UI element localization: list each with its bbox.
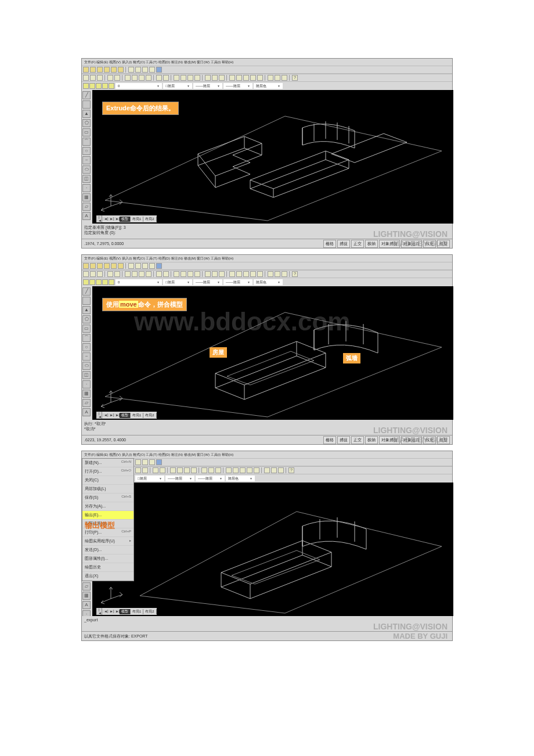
model-tabs[interactable]: |◄ ◄ ► ►| 模型 布局1 布局2 — [96, 215, 157, 222]
tb-icon[interactable] — [268, 271, 273, 277]
tb-icon[interactable] — [191, 467, 197, 473]
tab-next[interactable]: ► — [108, 413, 114, 417]
tb-icon[interactable] — [135, 459, 141, 465]
redo-icon[interactable] — [163, 75, 169, 81]
tab-prev[interactable]: ◄ — [102, 413, 108, 417]
model-tabs[interactable]: |◄ ◄ ► ►| 模型 布局1 布局2 — [96, 412, 157, 419]
status-btn[interactable]: 正交 — [351, 436, 364, 444]
tab-model[interactable]: 模型 — [120, 413, 131, 418]
lineweight-dropdown[interactable]: ─── 随层 — [223, 83, 252, 89]
color-dropdown[interactable]: □ 随层 — [163, 83, 192, 89]
tb-icon[interactable] — [278, 467, 284, 473]
zoom-icon[interactable] — [250, 75, 256, 81]
status-btn[interactable]: 极轴 — [365, 436, 378, 444]
viewport-1[interactable]: ╱ ▲ ⬠ ▭ ⌒ ○ ~ ⬭ ◫ · ▦ ▱ A Extrude命令后的结果。 — [82, 90, 453, 224]
tb-icon[interactable] — [142, 67, 148, 73]
tb-icon[interactable] — [212, 271, 218, 277]
tb-icon[interactable] — [174, 75, 179, 81]
linetype-dropdown[interactable]: ─── 随层 — [193, 83, 222, 89]
tab-next[interactable]: ► — [108, 217, 114, 221]
tb-icon[interactable] — [83, 263, 89, 269]
tb-icon[interactable] — [275, 271, 280, 277]
print-icon[interactable] — [107, 271, 113, 277]
file-menu-item[interactable]: 输出(E)... — [82, 511, 134, 520]
tb-icon[interactable] — [282, 271, 287, 277]
status-btn[interactable]: 极轴 — [365, 240, 378, 248]
menubar[interactable]: 文件(F) 编辑(E) 视图(V) 插入(I) 格式(O) 工具(T) 绘图(D… — [82, 451, 452, 458]
tb-icon[interactable] — [118, 263, 124, 269]
tab-last[interactable]: ►| — [114, 217, 120, 221]
zoom-icon[interactable] — [257, 271, 263, 277]
tb-icon[interactable] — [142, 263, 148, 269]
tb-icon[interactable] — [187, 75, 193, 81]
save-icon[interactable] — [97, 271, 103, 277]
menubar[interactable]: 文件(F) 编辑(E) 视图(V) 插入(I) 格式(O) 工具(T) 绘图(D… — [82, 255, 452, 262]
tb-icon[interactable] — [219, 271, 225, 277]
status-btn[interactable]: 捕捉 — [337, 436, 350, 444]
undo-icon[interactable] — [153, 467, 158, 473]
file-menu-item[interactable]: 发送(D)... — [82, 546, 134, 555]
file-menu-item[interactable]: 图形属性(I)... — [82, 555, 134, 563]
tb-icon[interactable] — [118, 67, 124, 73]
match-icon[interactable] — [146, 75, 151, 81]
match-icon[interactable] — [142, 467, 148, 473]
tb-icon[interactable] — [212, 75, 218, 81]
zoom-icon[interactable] — [243, 75, 249, 81]
tb-icon[interactable] — [275, 75, 280, 81]
plotcolor-dropdown[interactable]: 随层色 — [226, 476, 255, 481]
tb-icon[interactable] — [264, 467, 270, 473]
match-icon[interactable] — [146, 271, 151, 277]
tab-layout2[interactable]: 布局2 — [143, 217, 156, 222]
tb-icon[interactable] — [135, 263, 141, 269]
save-icon[interactable] — [97, 75, 103, 81]
tb-icon[interactable] — [181, 75, 186, 81]
tb-icon[interactable] — [97, 67, 103, 73]
tb-icon[interactable] — [205, 271, 211, 277]
tab-model[interactable]: 模型 — [120, 217, 131, 222]
tb-icon[interactable] — [135, 67, 141, 73]
tb-icon[interactable] — [201, 467, 207, 473]
file-menu-item[interactable]: 局部加载(L) — [82, 485, 134, 494]
tab-last[interactable]: ►| — [114, 610, 120, 613]
preview-icon[interactable] — [114, 271, 120, 277]
layer-icons[interactable] — [83, 83, 114, 89]
copy-icon[interactable] — [132, 75, 138, 81]
file-menu-item[interactable]: 打开(D)...Ctrl+O — [82, 467, 134, 476]
status-btn[interactable]: 捕捉 — [337, 240, 350, 248]
tb-icon[interactable] — [149, 263, 155, 269]
zoom-icon[interactable] — [233, 467, 239, 473]
tab-layout2[interactable]: 布局2 — [143, 413, 156, 418]
tab-first[interactable]: |◄ — [96, 608, 102, 615]
tb-icon[interactable] — [156, 263, 162, 269]
layer-icons[interactable] — [83, 279, 114, 285]
file-menu-item[interactable]: 绘图历史 — [82, 563, 134, 572]
tb-icon[interactable] — [174, 271, 179, 277]
color-dropdown[interactable]: □ 随层 — [135, 476, 164, 481]
menubar[interactable]: 文件(F) 编辑(E) 视图(V) 插入(I) 格式(O) 工具(T) 绘图(D… — [82, 59, 452, 66]
print-icon[interactable] — [107, 75, 113, 81]
status-btn[interactable]: 栅格 — [323, 240, 336, 248]
help-icon[interactable]: ? — [292, 271, 298, 277]
zoom-icon[interactable] — [250, 271, 256, 277]
tb-icon[interactable] — [97, 263, 103, 269]
file-menu-item[interactable]: 保存(S)Ctrl+S — [82, 494, 134, 502]
tb-icon[interactable] — [194, 75, 200, 81]
zoom-icon[interactable] — [247, 467, 252, 473]
tb-icon[interactable] — [142, 459, 148, 465]
tb-icon[interactable] — [187, 271, 193, 277]
tab-last[interactable]: ►| — [114, 413, 120, 417]
tab-layout2[interactable]: 布局2 — [143, 609, 156, 614]
zoom-icon[interactable] — [240, 467, 246, 473]
tb-icon[interactable] — [149, 67, 155, 73]
zoom-icon[interactable] — [236, 75, 242, 81]
tb-icon[interactable] — [111, 67, 117, 73]
undo-icon[interactable] — [156, 75, 162, 81]
layer-dropdown[interactable]: 0 — [116, 83, 162, 89]
zoom-icon[interactable] — [243, 271, 249, 277]
undo-icon[interactable] — [156, 271, 162, 277]
viewport-2[interactable]: ╱ ▲ ⬠ ▭ ⌒ ○ ~ ⬭ ◫ · ▦ ▱ A 使用move命令，拼合模型 … — [82, 286, 453, 420]
color-dropdown[interactable]: □ 随层 — [163, 279, 192, 285]
tb-icon[interactable] — [194, 271, 200, 277]
redo-icon[interactable] — [163, 271, 169, 277]
tb-icon[interactable] — [215, 467, 221, 473]
